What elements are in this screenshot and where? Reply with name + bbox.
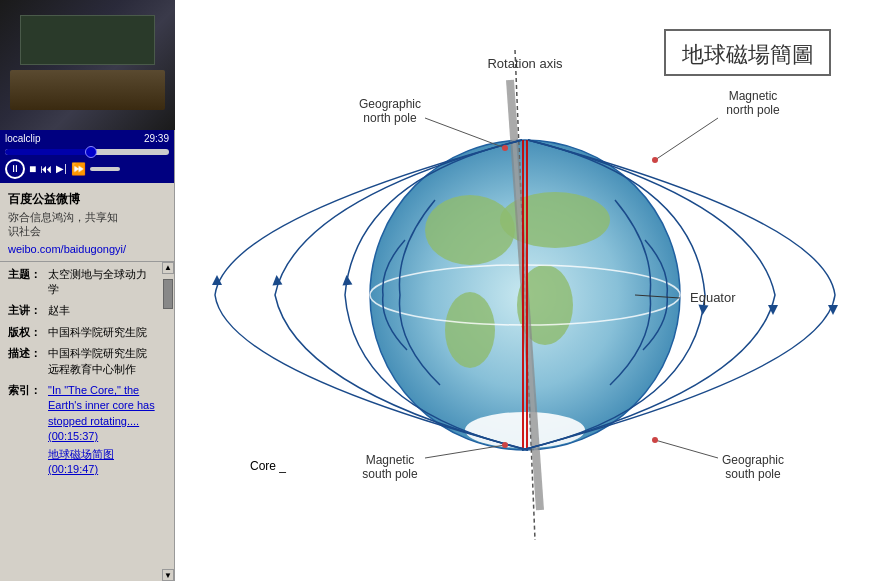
description-value: 中国科学院研究生院远程教育中心制作 [48,346,157,377]
info-scrollable[interactable]: 主题： 太空测地与全球动力学 主讲： 赵丰 版权： 中国科学院研究生院 描述： … [0,262,162,581]
fast-forward-button[interactable]: ⏩ [71,163,86,175]
copyright-row: 版权： 中国科学院研究生院 [8,325,157,340]
player-bar: localclip 29:39 [0,130,174,147]
svg-point-27 [502,145,508,151]
svg-point-30 [652,437,658,443]
diagram-area: 地球磁場簡圖 [175,0,869,581]
index-links: "In "The Core," the Earth's inner core h… [48,383,157,479]
mag-south-label2: south pole [362,467,418,481]
progress-dot [85,146,97,158]
lecturer-value: 赵丰 [48,303,157,318]
index-link-2[interactable]: 地球磁场简图 (00:19:47) [48,447,157,478]
video-thumbnail [0,0,175,130]
index-label: 索引： [8,383,44,479]
lecturer-label: 主讲： [8,303,44,318]
svg-point-7 [445,292,495,368]
info-scroll-container: 主题： 太空测地与全球动力学 主讲： 赵丰 版权： 中国科学院研究生院 描述： … [0,262,174,581]
diagram-title: 地球磁場簡圖 [681,42,814,67]
promo-section: 百度公益微博 弥合信息鸿沟，共享知识社会 weibo.com/baidugong… [0,183,174,262]
copyright-label: 版权： [8,325,44,340]
core-label: Core _ [250,459,286,473]
promo-link[interactable]: weibo.com/baidugongyi/ [8,243,126,255]
player-progress[interactable] [0,147,174,157]
scrollbar: ▲ ▼ [162,262,174,581]
subject-row: 主题： 太空测地与全球动力学 [8,267,157,298]
svg-point-4 [425,195,515,265]
mag-south-label: Magnetic [366,453,415,467]
description-row: 描述： 中国科学院研究生院远程教育中心制作 [8,346,157,377]
player-filename: localclip [5,133,41,144]
prev-button[interactable]: ⏮ [40,163,52,175]
index-row: 索引： "In "The Core," the Earth's inner co… [8,383,157,479]
progress-bar-fill [5,149,95,155]
scroll-down-button[interactable]: ▼ [162,569,174,581]
lecturer-row: 主讲： 赵丰 [8,303,157,318]
svg-point-28 [652,157,658,163]
description-label: 描述： [8,346,44,377]
rotation-axis-label: Rotation axis [487,56,563,71]
scroll-up-button[interactable]: ▲ [162,262,174,274]
geo-north-label2: north pole [363,111,417,125]
stop-button[interactable]: ■ [29,163,36,175]
player-time: 29:39 [144,133,169,144]
pause-icon: ⏸ [10,164,20,174]
copyright-value: 中国科学院研究生院 [48,325,157,340]
svg-point-8 [465,412,585,448]
earth-diagram: 地球磁場簡圖 [175,0,869,581]
subject-label: 主题： [8,267,44,298]
equator-label: Equator [690,290,736,305]
mag-north-label: Magnetic [729,89,778,103]
volume-bar[interactable] [90,167,120,171]
geo-south-label: Geographic [722,453,784,467]
left-panel: localclip 29:39 ⏸ ■ ⏮ ▶| ⏩ 百度公益微博 弥合信息鸿沟… [0,0,175,581]
promo-title: 百度公益微博 [8,191,166,208]
progress-bar-container[interactable] [5,149,169,155]
mag-north-label2: north pole [726,103,780,117]
promo-desc: 弥合信息鸿沟，共享知识社会 [8,210,166,239]
geo-south-label2: south pole [725,467,781,481]
svg-point-29 [502,442,508,448]
next-frame-button[interactable]: ▶| [56,164,67,174]
index-link-1[interactable]: "In "The Core," the Earth's inner core h… [48,383,157,445]
subject-value: 太空测地与全球动力学 [48,267,157,298]
pause-button[interactable]: ⏸ [5,159,25,179]
geo-north-label: Geographic [359,97,421,111]
scrollbar-thumb[interactable] [163,279,173,309]
main-content: 地球磁場簡圖 [175,0,869,581]
player-controls: ⏸ ■ ⏮ ▶| ⏩ [0,157,174,183]
